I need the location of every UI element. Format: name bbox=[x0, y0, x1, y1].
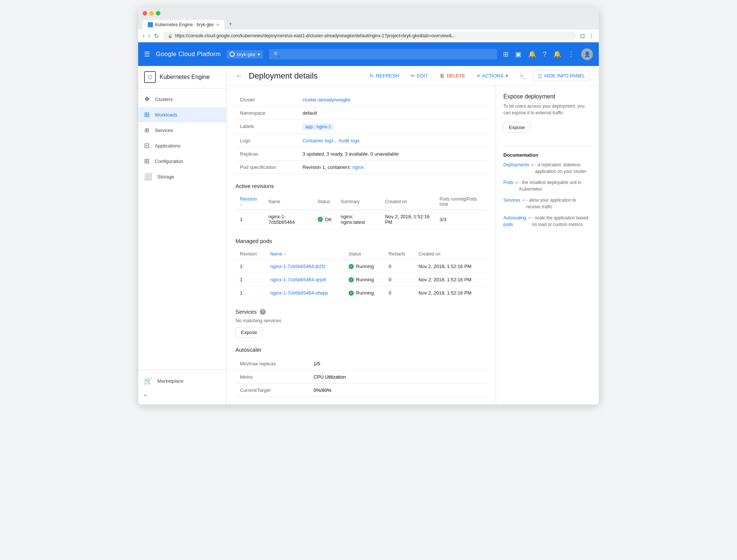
project-name: bryk-gke bbox=[237, 52, 255, 57]
more-icon[interactable]: ⋮ bbox=[588, 32, 594, 39]
workloads-icon: ⊞ bbox=[144, 111, 150, 119]
container-logs-link[interactable]: Container logs bbox=[303, 138, 333, 143]
active-tab[interactable]: Kubernetes Engine - bryk-gke ✕ bbox=[143, 20, 224, 29]
pods-doc-link[interactable]: Pods bbox=[503, 179, 513, 186]
autoscaler-value-metric: CPU Utilization bbox=[309, 371, 487, 384]
th-name: Name bbox=[264, 194, 313, 210]
mp-revision-2: 1 bbox=[235, 273, 266, 286]
sidebar-item-applications[interactable]: ⊟ Applications bbox=[138, 138, 226, 153]
product-name: Kubernetes Engine bbox=[160, 74, 210, 80]
detail-label-logs: Logs bbox=[235, 134, 298, 147]
sidebar-item-marketplace[interactable]: 🛒 Marketplace bbox=[138, 373, 226, 389]
no-matching-services: No matching services bbox=[235, 318, 487, 323]
sidebar-item-storage[interactable]: ⬜ Storage bbox=[138, 169, 226, 184]
tab-favicon bbox=[148, 22, 153, 27]
maximize-dot[interactable] bbox=[156, 11, 160, 15]
sidebar-label-configuration: Configuration bbox=[155, 159, 183, 164]
actions-button[interactable]: ≡ ACTIONS ▾ bbox=[473, 71, 513, 81]
hamburger-icon[interactable]: ☰ bbox=[144, 50, 150, 58]
hide-info-panel-button[interactable]: ◫ HIDE INFO PANEL bbox=[533, 70, 590, 81]
more-options-icon[interactable]: ⋮ bbox=[568, 50, 574, 58]
mp-status-2: ✓ Running bbox=[344, 273, 384, 286]
edit-button[interactable]: ✏ EDIT bbox=[406, 71, 433, 81]
close-dot[interactable] bbox=[143, 11, 147, 15]
mp-th-revision: Revision bbox=[235, 248, 266, 260]
reload-button[interactable]: ↻ bbox=[154, 32, 159, 39]
mp-name-3: nginx-1-7cb5b65464-xfwpp bbox=[266, 286, 344, 300]
audit-logs-link[interactable]: Audit logs bbox=[339, 138, 360, 143]
browser-dots bbox=[143, 11, 594, 15]
browser-frame: Kubernetes Engine - bryk-gke ✕ + ‹ › ↻ 🔒… bbox=[138, 7, 599, 404]
back-button[interactable]: ← bbox=[235, 72, 243, 80]
avatar[interactable]: 👤 bbox=[581, 48, 593, 60]
external-link-icon-3: ↗ bbox=[522, 198, 525, 203]
expose-services-button[interactable]: Expose bbox=[235, 327, 262, 338]
collapse-sidebar-button[interactable]: « bbox=[138, 389, 226, 401]
project-selector[interactable]: bryk-gke ▾ bbox=[227, 50, 263, 59]
pod-link-3[interactable]: nginx-1-7cb5b65464-xfwpp bbox=[270, 290, 328, 296]
search-icon: 🔍 bbox=[273, 51, 280, 57]
cluster-link[interactable]: cluster-alreadynewgke bbox=[303, 97, 350, 102]
running-label-3: Running bbox=[356, 290, 374, 296]
detail-row-namespace: Namespace default bbox=[235, 107, 487, 120]
pod-link-1[interactable]: nginx-1-7cb5b65464-jb2fz bbox=[270, 264, 325, 269]
address-input[interactable]: 🔒 https://console.cloud.google.com/kuber… bbox=[163, 32, 576, 40]
running-dot-3: ✓ bbox=[349, 291, 354, 296]
detail-label-cluster: Cluster bbox=[235, 93, 298, 107]
collapse-icon: « bbox=[144, 392, 147, 398]
configuration-icon: ⊞ bbox=[144, 157, 150, 165]
refresh-button[interactable]: ↻ REFRESH bbox=[365, 71, 403, 81]
sidebar-item-configuration[interactable]: ⊞ Configuration bbox=[138, 153, 226, 169]
deployments-doc-link[interactable]: Deployments bbox=[503, 161, 529, 168]
running-dot-1: ✓ bbox=[349, 264, 354, 269]
mp-th-name[interactable]: Name ↑ bbox=[266, 248, 344, 260]
managed-pod-row-1: 1 nginx-1-7cb5b65464-jb2fz ✓ Running 0 N bbox=[235, 260, 487, 273]
ar-created: Nov 2, 2018, 1:52:16 PM bbox=[381, 210, 435, 229]
pod-link-2[interactable]: nginx-1-7cb5b65464-qrjx8 bbox=[270, 277, 326, 282]
sidebar-item-services[interactable]: ⊕ Services bbox=[138, 122, 226, 138]
detail-value-logs: Container logs , Audit logs bbox=[298, 134, 487, 147]
cloud-shell-icon[interactable]: ▣ bbox=[515, 50, 521, 58]
status-ok-badge: ✓ OK bbox=[318, 217, 332, 222]
bell-icon[interactable]: 🔔 bbox=[553, 50, 561, 58]
forward-nav-button[interactable]: › bbox=[148, 32, 150, 39]
info-expose-button[interactable]: Expose bbox=[503, 122, 530, 133]
doc-link-services: Services ↗ - allow your application to r… bbox=[503, 197, 591, 210]
info-panel-divider bbox=[503, 146, 591, 146]
search-bar[interactable]: 🔍 bbox=[269, 49, 497, 59]
apps-icon[interactable]: ⊞ bbox=[503, 50, 509, 58]
autoscaler-row-metric: Metric CPU Utilization bbox=[235, 371, 487, 384]
sidebar-item-clusters[interactable]: ❖ Clusters bbox=[138, 91, 226, 107]
detail-row-labels: Labels app : nginx-1 bbox=[235, 120, 487, 134]
browser-tabs: Kubernetes Engine - bryk-gke ✕ + bbox=[143, 18, 594, 29]
services-doc-link[interactable]: Services bbox=[503, 197, 520, 204]
project-dropdown-icon: ▾ bbox=[258, 52, 260, 57]
mp-created-1: Nov 2, 2018, 1:52:16 PM bbox=[414, 260, 487, 273]
autoscaler-row-replicas: Min/max replicas 1/5 bbox=[235, 357, 487, 371]
delete-button[interactable]: 🗑 DELETE bbox=[435, 71, 470, 81]
sidebar-label-services: Services bbox=[155, 128, 173, 133]
ar-status: ✓ OK bbox=[313, 210, 336, 229]
services-help-icon[interactable]: ? bbox=[260, 309, 266, 315]
back-nav-button[interactable]: ‹ bbox=[143, 32, 144, 39]
delete-icon: 🗑 bbox=[440, 73, 444, 79]
cloud-shell-page-button[interactable]: >_ bbox=[516, 71, 530, 81]
ar-pods: 3/3 bbox=[435, 210, 487, 229]
sidebar-item-workloads[interactable]: ⊞ Workloads bbox=[138, 107, 226, 122]
notifications-icon[interactable]: 🔔 bbox=[528, 50, 536, 58]
help-icon[interactable]: ? bbox=[543, 51, 546, 58]
main-layout: ⬡ Kubernetes Engine ❖ Clusters ⊞ Workloa… bbox=[138, 66, 599, 404]
edit-icon: ✏ bbox=[411, 73, 415, 79]
detail-row-replicas: Replicas 3 updated, 3 ready, 3 available… bbox=[235, 147, 487, 161]
cast-icon[interactable]: ⊡ bbox=[580, 32, 585, 39]
new-tab-button[interactable]: + bbox=[225, 18, 236, 29]
actions-icon: ≡ bbox=[477, 73, 480, 79]
autoscaling-doc-link[interactable]: Autoscaling pods bbox=[503, 215, 526, 228]
nginx-link[interactable]: nginx bbox=[352, 164, 364, 170]
detail-row-cluster: Cluster cluster-alreadynewgke bbox=[235, 93, 487, 107]
tab-close-icon[interactable]: ✕ bbox=[216, 22, 219, 27]
minimize-dot[interactable] bbox=[149, 11, 154, 15]
gcp-logo: Google Cloud Platform bbox=[156, 51, 221, 58]
doc-link-deployments: Deployments ↗ - a replicated, stateless … bbox=[503, 161, 591, 175]
th-revision[interactable]: Revision ↓ bbox=[235, 194, 264, 210]
